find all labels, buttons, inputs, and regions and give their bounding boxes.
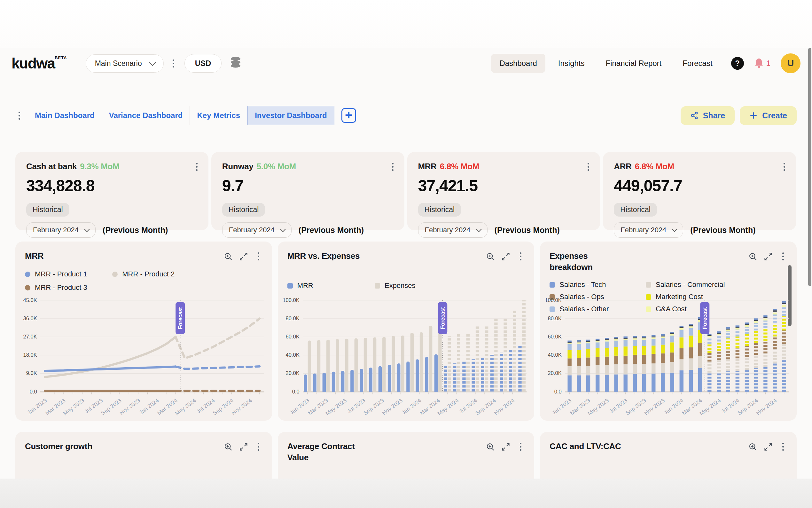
legend-label: MRR - Product 3 (35, 284, 87, 292)
legend-item[interactable]: MRR - Product 1 (25, 270, 112, 278)
mrr-line-chart[interactable]: 0.09.0K18.0K27.0K36.0K45.0KJan 2023Mar 2… (21, 296, 268, 419)
chevron-down-icon (149, 59, 156, 66)
database-icon[interactable] (229, 56, 242, 70)
kpi-title: Runway (222, 162, 253, 171)
expenses-breakdown-stacked-chart[interactable]: 0.020.0K40.0K60.0K80.0K100.0KJan 2023Mar… (546, 296, 792, 419)
chevron-down-icon (84, 227, 90, 232)
svg-text:Jan 2023: Jan 2023 (288, 397, 311, 416)
kpi-menu-button[interactable] (584, 161, 592, 173)
dashboard-tabs-row: Main Dashboard Variance Dashboard Key Me… (15, 105, 797, 125)
mrr-vs-expenses-bar-chart[interactable]: 0.020.0K40.0K60.0K80.0K100.0KJan 2023Mar… (284, 296, 530, 419)
charts-row: MRR MRR - Product 1 MRR - Product 2 MRR … (15, 242, 797, 421)
chart-menu-button[interactable] (517, 251, 525, 262)
chart-menu-button[interactable] (779, 441, 787, 453)
svg-text:0.0: 0.0 (292, 389, 299, 394)
share-button[interactable]: Share (681, 106, 735, 125)
previous-month-label: (Previous Month) (299, 225, 364, 235)
svg-text:0.0: 0.0 (554, 389, 562, 394)
kpi-card-runway: Runway5.0% MoM 9.7 Historical February 2… (211, 152, 404, 230)
zoom-in-icon[interactable] (486, 252, 495, 261)
month-select[interactable]: February 2024 (418, 222, 487, 238)
nav-item-forecast[interactable]: Forecast (674, 54, 721, 73)
nav-item-dashboard[interactable]: Dashboard (491, 54, 545, 73)
kpi-menu-button[interactable] (193, 161, 201, 173)
nav-item-insights[interactable]: Insights (550, 54, 593, 73)
share-label: Share (703, 111, 725, 120)
chart-title: MRR (25, 251, 44, 262)
legend-item[interactable]: Salaries - Commercial (646, 281, 759, 289)
kpi-value: 449,057.7 (614, 177, 785, 195)
legend-label: Salaries - Commercial (656, 281, 725, 289)
zoom-in-icon[interactable] (748, 252, 757, 261)
kpi-title: Cash at bank (26, 162, 77, 171)
kpi-menu-button[interactable] (389, 161, 397, 173)
svg-text:Nov 2023: Nov 2023 (643, 397, 666, 416)
currency-select[interactable]: USD (185, 54, 222, 73)
chart-title: Customer growth (25, 441, 92, 452)
tabs-menu-button[interactable] (15, 110, 23, 122)
chart-menu-button[interactable] (779, 251, 787, 262)
legend-item[interactable]: MRR - Product 3 (25, 284, 112, 292)
page-scrollbar-thumb[interactable] (808, 48, 811, 286)
legend-label: Salaries - Tech (560, 281, 606, 289)
expand-icon[interactable] (501, 252, 510, 261)
scenario-select[interactable]: Main Scenario (86, 54, 164, 73)
create-button[interactable]: Create (740, 106, 797, 125)
svg-text:Jan 2024: Jan 2024 (400, 397, 423, 416)
month-select[interactable]: February 2024 (222, 222, 292, 238)
svg-text:40.0K: 40.0K (285, 352, 299, 357)
legend-item[interactable]: Salaries - Tech (550, 281, 646, 289)
add-dashboard-button[interactable]: + (341, 108, 356, 123)
tab-investor-dashboard[interactable]: Investor Dashboard (247, 106, 334, 125)
dashboard-actions: Share Create (681, 106, 797, 125)
svg-text:May 2023: May 2023 (587, 397, 610, 417)
chart-card-mrr: MRR MRR - Product 1 MRR - Product 2 MRR … (15, 242, 272, 421)
tab-variance-dashboard[interactable]: Variance Dashboard (102, 106, 190, 125)
chart-menu-button[interactable] (254, 251, 262, 262)
chart-menu-button[interactable] (517, 441, 525, 453)
tab-main-dashboard[interactable]: Main Dashboard (28, 106, 102, 125)
svg-text:36.0K: 36.0K (23, 315, 37, 321)
zoom-in-icon[interactable] (748, 442, 757, 451)
legend-label: MRR - Product 2 (122, 270, 175, 278)
nav-item-financial-report[interactable]: Financial Report (598, 54, 670, 73)
avatar-initial: U (787, 58, 794, 69)
month-select[interactable]: February 2024 (26, 222, 96, 238)
expand-icon[interactable] (764, 442, 773, 451)
chart-title: Average Contract Value (287, 441, 364, 463)
expand-icon[interactable] (501, 442, 510, 451)
kpi-card-mrr: MRR6.8% MoM 37,421.5 Historical February… (407, 152, 601, 230)
help-icon[interactable]: ? (731, 57, 744, 70)
logo-text: kudwa (11, 55, 55, 72)
expand-icon[interactable] (764, 252, 773, 261)
month-select[interactable]: February 2024 (614, 222, 683, 238)
scenario-menu-button[interactable] (170, 57, 178, 70)
expand-icon[interactable] (239, 442, 248, 451)
tab-key-metrics[interactable]: Key Metrics (190, 106, 247, 125)
zoom-in-icon[interactable] (486, 442, 495, 451)
svg-text:Nov 2023: Nov 2023 (118, 397, 141, 416)
notifications-button[interactable]: 1 (754, 57, 770, 69)
expand-icon[interactable] (239, 252, 248, 261)
svg-text:60.0K: 60.0K (548, 334, 562, 339)
legend-item[interactable]: MRR (287, 282, 375, 290)
kudwa-logo[interactable]: kudwaBETA (11, 55, 68, 72)
top-navbar: kudwaBETA Main Scenario USD Dashboard In… (0, 48, 812, 79)
legend-item[interactable]: Expenses (375, 282, 477, 290)
avatar[interactable]: U (781, 53, 801, 73)
chart-legend: MRR Expenses (287, 282, 477, 290)
svg-text:Nov 2023: Nov 2023 (381, 397, 404, 416)
svg-text:Nov 2024: Nov 2024 (755, 397, 778, 416)
zoom-in-icon[interactable] (224, 442, 233, 451)
kpi-value: 334,828.8 (26, 177, 198, 195)
chart-legend: MRR - Product 1 MRR - Product 2 MRR - Pr… (25, 270, 215, 292)
zoom-in-icon[interactable] (224, 252, 233, 261)
chart-menu-button[interactable] (254, 441, 262, 453)
legend-item[interactable]: MRR - Product 2 (112, 270, 215, 278)
chart-title: MRR vs. Expenses (287, 251, 360, 262)
previous-month-label: (Previous Month) (103, 225, 168, 235)
nav-right-cluster: Dashboard Insights Financial Report Fore… (491, 53, 801, 73)
historical-badge: Historical (418, 203, 461, 217)
currency-label: USD (195, 59, 211, 68)
kpi-menu-button[interactable] (780, 161, 789, 173)
